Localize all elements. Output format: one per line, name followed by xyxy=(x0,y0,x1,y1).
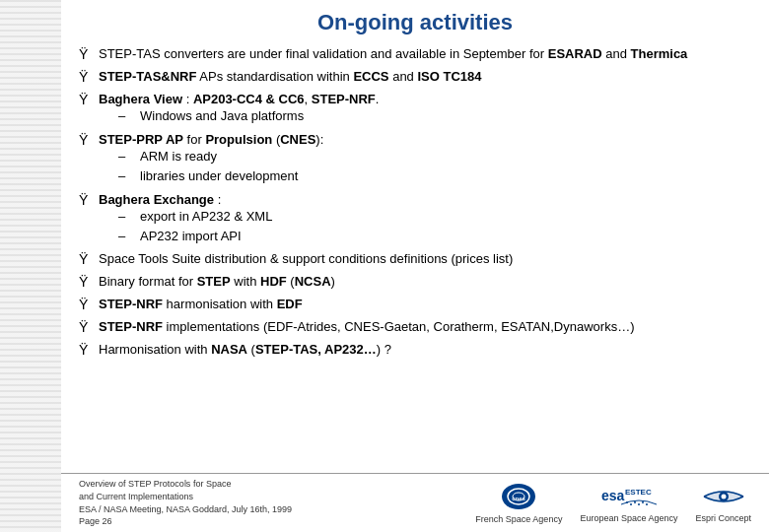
sub-text: libraries under development xyxy=(140,167,298,185)
list-item: Ÿ STEP-NRF harmonisation with EDF xyxy=(79,296,751,314)
list-item: Ÿ Baghera Exchange : – export in AP232 &… xyxy=(79,191,751,247)
bullet-text: Binary format for STEP with HDF (NCSA) xyxy=(99,273,751,291)
sub-text: AP232 import API xyxy=(140,228,242,245)
bullet-list: Ÿ STEP-TAS converters are under final va… xyxy=(79,45,751,360)
list-item: Ÿ STEP-PRP AP for Propulsion (CNES): – A… xyxy=(79,131,751,187)
bullet-text: STEP-NRF harmonisation with EDF xyxy=(99,296,751,313)
bullet-char: Ÿ xyxy=(79,273,93,292)
bullet-text: Baghera Exchange : – export in AP232 & X… xyxy=(99,191,751,247)
list-item: – export in AP232 & XML xyxy=(118,208,751,226)
list-item: – AP232 import API xyxy=(118,228,751,245)
bullet-char: Ÿ xyxy=(79,68,93,87)
list-item: – Windows and Java platforms xyxy=(118,107,751,125)
sub-dash: – xyxy=(118,148,132,166)
list-item: Ÿ Binary format for STEP with HDF (NCSA) xyxy=(79,273,751,292)
sub-dash: – xyxy=(118,228,132,245)
sub-text: Windows and Java platforms xyxy=(140,107,304,125)
bullet-text: STEP-PRP AP for Propulsion (CNES): – ARM… xyxy=(99,131,751,187)
sub-list: – ARM is ready – libraries under develop… xyxy=(118,148,751,184)
bullet-text: STEP-TAS&NRF APs standardisation within … xyxy=(99,68,751,86)
bullet-char: Ÿ xyxy=(79,91,93,109)
sub-text: export in AP232 & XML xyxy=(140,208,272,226)
bullet-text: Space Tools Suite distribution & support… xyxy=(99,250,751,268)
sub-dash: – xyxy=(118,208,132,226)
bullet-char: Ÿ xyxy=(79,131,93,150)
sub-dash: – xyxy=(118,107,132,125)
list-item: – libraries under development xyxy=(118,167,751,185)
bullet-char: Ÿ xyxy=(79,45,93,64)
bullet-text: STEP-TAS converters are under final vali… xyxy=(99,45,751,63)
sub-text: ARM is ready xyxy=(140,148,217,166)
bullet-text: Harmonisation with NASA (STEP-TAS, AP232… xyxy=(99,341,751,359)
side-border-decoration xyxy=(0,0,61,532)
list-item: Ÿ Harmonisation with NASA (STEP-TAS, AP2… xyxy=(79,341,751,360)
main-content: On-going activities Ÿ STEP-TAS converter… xyxy=(61,0,769,532)
bullet-char: Ÿ xyxy=(79,191,93,210)
bullet-char: Ÿ xyxy=(79,318,93,337)
sub-list: – Windows and Java platforms xyxy=(118,107,751,125)
list-item: Ÿ STEP-TAS converters are under final va… xyxy=(79,45,751,64)
bullet-char: Ÿ xyxy=(79,296,93,314)
list-item: Ÿ STEP-NRF implementations (EDF-Atrides,… xyxy=(79,318,751,337)
list-item: Ÿ STEP-TAS&NRF APs standardisation withi… xyxy=(79,68,751,87)
bullet-text: STEP-NRF implementations (EDF-Atrides, C… xyxy=(99,318,751,336)
list-item: Ÿ Space Tools Suite distribution & suppo… xyxy=(79,250,751,269)
bullet-char: Ÿ xyxy=(79,250,93,269)
bullet-char: Ÿ xyxy=(79,341,93,360)
sub-list: – export in AP232 & XML – AP232 import A… xyxy=(118,208,751,244)
sub-dash: – xyxy=(118,167,132,185)
list-item: – ARM is ready xyxy=(118,148,751,166)
bullet-text: Baghera View : AP203-CC4 & CC6, STEP-NRF… xyxy=(99,91,751,127)
list-item: Ÿ Baghera View : AP203-CC4 & CC6, STEP-N… xyxy=(79,91,751,127)
slide-title: On-going activities xyxy=(79,10,751,35)
